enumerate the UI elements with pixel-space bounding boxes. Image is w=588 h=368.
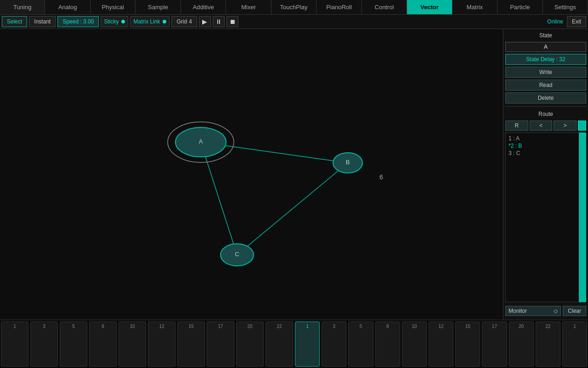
key-key-group-1-6[interactable]: 15 [177, 322, 205, 367]
key-key-group-1-7[interactable]: 17 [207, 322, 234, 367]
node-b-label: B [346, 159, 350, 166]
key-key-group-2-7[interactable]: 17 [482, 322, 507, 367]
tab-physical[interactable]: Physical [90, 0, 136, 14]
route-list-container: 1 : A *2 : B 3 : C [505, 132, 586, 302]
online-status: Online [547, 18, 563, 25]
matrix-link-dot [163, 20, 166, 23]
grid-button[interactable]: Grid 4 [171, 16, 197, 27]
tab-settings[interactable]: Settings [543, 0, 588, 14]
monitor-select[interactable]: Monitor ◇ [505, 306, 561, 316]
speed-button[interactable]: Speed : 3.00 [57, 16, 99, 27]
panel-divider-1 [505, 106, 586, 107]
key-key-group-2-10[interactable]: 1 [562, 322, 587, 367]
key-key-group-2-0[interactable]: 1 [295, 322, 320, 367]
key-key-group-2-5[interactable]: 12 [429, 322, 453, 367]
pause-button[interactable]: ⏸ [213, 16, 225, 27]
right-panel: State State Delay : 32 Write Read Delete… [503, 29, 588, 320]
route-color-indicator [579, 132, 586, 302]
sticky-dot [121, 20, 125, 23]
route-controls: R < > [505, 121, 586, 131]
tab-tuning[interactable]: Tuning [0, 0, 45, 14]
node-c-label: C [235, 251, 239, 258]
tab-vector[interactable]: Vector [407, 0, 452, 14]
state-value-input[interactable] [505, 42, 586, 52]
route-list: 1 : A *2 : B 3 : C [505, 132, 586, 302]
monitor-label: Monitor [509, 308, 527, 314]
key-key-group-1-1[interactable]: 3 [30, 322, 58, 367]
route-item-3[interactable]: 3 : C [508, 150, 584, 157]
key-key-group-2-9[interactable]: 22 [536, 322, 560, 367]
canvas-label-6: 6 [379, 173, 383, 181]
key-key-group-2-2[interactable]: 5 [348, 322, 373, 367]
key-group-2: 13581012151720221 [294, 320, 588, 368]
tab-additive[interactable]: Additive [181, 0, 226, 14]
vector-canvas-area[interactable]: A B C 6 [0, 29, 503, 320]
route-dot-button[interactable] [578, 121, 586, 131]
instant-button[interactable]: Instant [29, 16, 56, 27]
read-button[interactable]: Read [505, 80, 586, 91]
route-r-button[interactable]: R [505, 121, 528, 131]
node-a-label: A [199, 138, 203, 145]
sticky-select[interactable]: Sticky [101, 16, 128, 27]
key-group-1: 1358101215172022 [0, 320, 294, 368]
play-button[interactable]: ▶ [199, 16, 211, 27]
key-key-group-1-0[interactable]: 1 [1, 322, 28, 367]
route-title: Route [505, 109, 586, 119]
key-key-group-1-5[interactable]: 12 [148, 322, 175, 367]
key-key-group-2-6[interactable]: 15 [455, 322, 480, 367]
key-key-group-1-4[interactable]: 10 [119, 322, 146, 367]
tab-matrix[interactable]: Matrix [452, 0, 498, 14]
bottom-keyboard: 1358101215172022 13581012151720221 [0, 320, 588, 368]
key-key-group-2-4[interactable]: 10 [402, 322, 427, 367]
key-key-group-1-8[interactable]: 20 [236, 322, 264, 367]
route-item-2[interactable]: *2 : B [508, 142, 584, 150]
key-key-group-1-2[interactable]: 5 [60, 322, 87, 367]
main-area: A B C 6 State State Delay : 32 Write Rea… [0, 29, 588, 320]
vector-svg: A B C 6 [0, 29, 503, 320]
key-key-group-1-3[interactable]: 8 [89, 322, 117, 367]
key-key-group-2-8[interactable]: 20 [509, 322, 534, 367]
tab-mixer[interactable]: Mixer [226, 0, 271, 14]
tab-particle[interactable]: Particle [498, 0, 543, 14]
exit-button[interactable]: Exit [567, 16, 586, 27]
route-item-1[interactable]: 1 : A [508, 135, 584, 142]
tab-pianoroll[interactable]: PianoRoll [317, 0, 362, 14]
route-prev-button[interactable]: < [530, 121, 553, 131]
toolbar: Select Instant Speed : 3.00 Sticky Matri… [0, 15, 588, 29]
matrix-link-select[interactable]: Matrix Link [130, 16, 170, 27]
clear-button[interactable]: Clear [563, 306, 586, 316]
edge-b-c [237, 163, 348, 255]
delete-button[interactable]: Delete [505, 92, 586, 104]
tab-analog[interactable]: Analog [45, 0, 90, 14]
bottom-controls: Monitor ◇ Clear [505, 304, 586, 318]
stop-button[interactable]: ⏹ [226, 16, 238, 27]
write-button[interactable]: Write [505, 67, 586, 78]
tab-touchplay[interactable]: TouchPlay [271, 0, 317, 14]
state-delay-button[interactable]: State Delay : 32 [505, 54, 586, 65]
state-title: State [505, 31, 586, 40]
top-nav-bar: Tuning Analog Physical Sample Additive M… [0, 0, 588, 15]
key-key-group-1-9[interactable]: 22 [266, 322, 293, 367]
route-next-button[interactable]: > [554, 121, 577, 131]
monitor-icon: ◇ [554, 308, 558, 314]
key-key-group-2-1[interactable]: 3 [322, 322, 346, 367]
key-key-group-2-3[interactable]: 8 [375, 322, 400, 367]
tab-sample[interactable]: Sample [136, 0, 181, 14]
select-button[interactable]: Select [2, 16, 27, 27]
tab-control[interactable]: Control [362, 0, 407, 14]
